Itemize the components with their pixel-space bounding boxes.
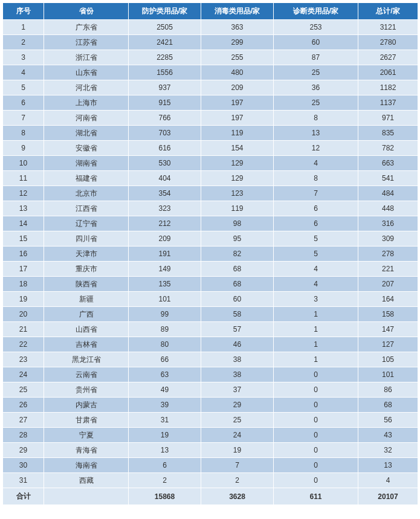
cell-diagnose: 0 [274,367,358,382]
cell-disinfect: 24 [201,428,274,443]
cell-disinfect: 38 [201,352,274,367]
footer-disinfect: 3628 [201,488,274,505]
table-row: 28宁夏1924043 [3,428,418,443]
cell-disinfect: 57 [201,322,274,337]
province-supply-table: 序号 省份 防护类用品/家 消毒类用品/家 诊断类用品/家 总计/家 1广东省2… [2,2,418,505]
cell-diagnose: 0 [274,458,358,473]
cell-diagnose: 0 [274,413,358,428]
table-row: 24云南省63380101 [3,367,418,382]
cell-seq: 19 [3,292,44,307]
cell-disinfect: 68 [201,262,274,277]
cell-seq: 13 [3,201,44,216]
table-row: 6上海市915197251137 [3,95,418,111]
table-row: 13江西省3231196448 [3,201,418,216]
cell-province: 江苏省 [44,35,129,50]
cell-disinfect: 255 [201,50,274,65]
cell-province: 山西省 [44,322,129,337]
cell-province: 湖北省 [44,126,129,141]
cell-seq: 30 [3,458,44,473]
cell-total: 158 [358,307,418,322]
cell-disinfect: 29 [201,398,274,413]
cell-protect: 209 [129,231,201,247]
cell-protect: 530 [129,156,201,171]
cell-total: 3121 [358,20,418,35]
table-row: 18陕西省135684207 [3,277,418,292]
cell-province: 新疆 [44,292,129,307]
cell-diagnose: 6 [274,216,358,231]
cell-seq: 1 [3,20,44,35]
cell-disinfect: 19 [201,443,274,458]
cell-protect: 1556 [129,65,201,80]
cell-total: 221 [358,262,418,277]
cell-province: 广西 [44,307,129,322]
cell-seq: 24 [3,367,44,382]
cell-diagnose: 60 [274,35,358,50]
cell-disinfect: 95 [201,231,274,247]
cell-province: 吉林省 [44,337,129,352]
cell-disinfect: 119 [201,126,274,141]
cell-province: 湖南省 [44,156,129,171]
cell-province: 云南省 [44,367,129,382]
footer-label: 合计 [3,488,44,505]
cell-diagnose: 253 [274,20,358,35]
cell-province: 安徽省 [44,141,129,156]
cell-protect: 2421 [129,35,201,50]
cell-province: 上海市 [44,95,129,111]
table-row: 29青海省1319032 [3,443,418,458]
cell-protect: 49 [129,382,201,398]
cell-protect: 89 [129,322,201,337]
cell-seq: 11 [3,171,44,186]
cell-total: 309 [358,231,418,247]
cell-disinfect: 25 [201,413,274,428]
cell-protect: 66 [129,352,201,367]
cell-seq: 28 [3,428,44,443]
cell-total: 164 [358,292,418,307]
cell-diagnose: 0 [274,398,358,413]
cell-protect: 39 [129,398,201,413]
cell-province: 陕西省 [44,277,129,292]
cell-diagnose: 6 [274,201,358,216]
cell-diagnose: 87 [274,50,358,65]
table-row: 19新疆101603164 [3,292,418,307]
cell-protect: 323 [129,201,201,216]
cell-seq: 20 [3,307,44,322]
header-protect: 防护类用品/家 [129,3,201,20]
cell-disinfect: 98 [201,216,274,231]
cell-seq: 22 [3,337,44,352]
footer-protect: 15868 [129,488,201,505]
cell-disinfect: 197 [201,111,274,126]
cell-disinfect: 129 [201,156,274,171]
cell-seq: 31 [3,473,44,488]
cell-diagnose: 1 [274,307,358,322]
cell-total: 1182 [358,80,418,95]
table-row: 4山东省1556480252061 [3,65,418,80]
cell-total: 4 [358,473,418,488]
cell-seq: 3 [3,50,44,65]
cell-disinfect: 38 [201,367,274,382]
cell-protect: 766 [129,111,201,126]
table-row: 21山西省89571147 [3,322,418,337]
cell-total: 32 [358,443,418,458]
cell-protect: 6 [129,458,201,473]
cell-protect: 937 [129,80,201,95]
cell-diagnose: 0 [274,428,358,443]
cell-total: 1137 [358,95,418,111]
table-row: 22吉林省80461127 [3,337,418,352]
cell-disinfect: 123 [201,186,274,201]
cell-province: 甘肃省 [44,413,129,428]
cell-total: 105 [358,352,418,367]
table-row: 26内蒙古3929068 [3,398,418,413]
cell-seq: 27 [3,413,44,428]
cell-seq: 6 [3,95,44,111]
footer-diagnose: 611 [274,488,358,505]
cell-diagnose: 4 [274,277,358,292]
cell-total: 13 [358,458,418,473]
cell-province: 四川省 [44,231,129,247]
cell-diagnose: 1 [274,322,358,337]
cell-seq: 25 [3,382,44,398]
table-row: 14辽宁省212986316 [3,216,418,231]
cell-total: 43 [358,428,418,443]
cell-seq: 23 [3,352,44,367]
cell-disinfect: 46 [201,337,274,352]
cell-seq: 4 [3,65,44,80]
